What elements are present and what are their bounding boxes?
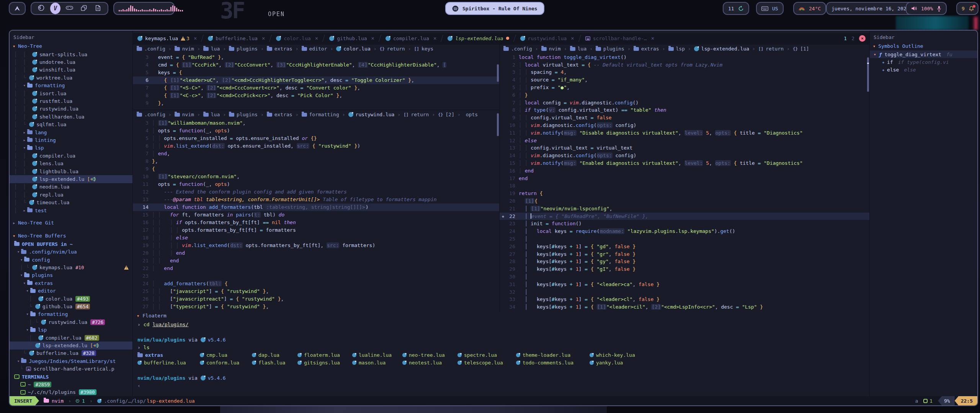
folder-open-icon <box>27 146 33 150</box>
tree-item-color-lua[interactable]: │ color.lua#493 <box>10 295 132 302</box>
tree-item-worktree-lua[interactable]: │ └ worktree.lua <box>10 74 132 81</box>
close-all-button[interactable]: × <box>859 35 866 42</box>
tree-item-lsp-extended-lu[interactable]: └ lsp-extended.lu[+] <box>10 341 132 349</box>
tree-item-plugins[interactable]: ▾plugins <box>10 272 132 279</box>
keyboard-layout-widget[interactable]: US <box>756 2 784 15</box>
tree-item-lang[interactable]: │ ▸lang <box>10 128 132 136</box>
tab-keymaps-lua[interactable]: keymaps.lua!3× <box>133 33 201 44</box>
tree-item-rustfmt-lua[interactable]: │ │ rustfmt.lua <box>10 97 132 105</box>
tab-close-icon[interactable]: × <box>571 35 574 41</box>
tabpage-2[interactable]: 2 <box>851 36 854 41</box>
sidebar-section-neo-tree-git[interactable]: ▸Neo-Tree Git <box>10 219 132 227</box>
item-label: .config/nvim/lua <box>29 249 77 255</box>
updates-widget[interactable]: 11 <box>723 2 749 15</box>
tree-item-editor[interactable]: ▾editor <box>10 287 132 295</box>
outline-item-toggle-diag-virtext[interactable]: ▾ƒtoggle_diag_virtextfu <box>870 50 977 58</box>
dock-firefox-button[interactable] <box>36 3 46 14</box>
tree-item-timeout-lua[interactable]: │ └ timeout.lua <box>10 198 132 206</box>
tree-item-c-n-l-plugins[interactable]: ›_~/.c/n/l/plugins#3980 <box>10 389 132 396</box>
outline-item-else[interactable]: ◆elseelse <box>870 66 977 74</box>
tree-item-github-lua[interactable]: └ github.lua#654 <box>10 302 132 310</box>
tree-item-smart-splits-lua[interactable]: │ │ smart-splits.lua <box>10 50 132 58</box>
line-number: 5 <box>140 135 152 142</box>
tree-item-winshift-lua[interactable]: │ │ winshift.lua <box>10 66 132 74</box>
tree-item-lsp[interactable]: │ ▾lsp <box>10 144 132 152</box>
tab-compiler-lua[interactable]: compiler.lua× <box>381 33 441 44</box>
tree-item-lsp-extended-lu[interactable]: │ │ lsp-extended.lu[+] <box>10 175 132 183</box>
tab-color-lua[interactable]: color.lua× <box>271 33 323 44</box>
line-number: 18 <box>506 182 519 190</box>
tree-item-formatting[interactable]: ▾formatting <box>10 311 132 318</box>
tree-item-shellharden-lua[interactable]: │ │ shellharden.lua <box>10 113 132 120</box>
tree-item-lsp[interactable]: ▾lsp <box>10 326 132 334</box>
tree-item-undotree-lua[interactable]: │ │ undotree.lua <box>10 58 132 66</box>
tree-item-rustywind-lua[interactable]: │ └ rustywind.lua#726 <box>10 318 132 326</box>
tab-rustywind-lua[interactable]: rustywind.lua× <box>516 33 579 44</box>
tree-item-compiler-lua[interactable]: │ │ compiler.lua <box>10 152 132 159</box>
tree-item-extras[interactable]: ▾extras <box>10 279 132 287</box>
tree-item-compiler-lua[interactable]: │ compiler.lua#682 <box>10 334 132 341</box>
tree-item-[interactable]: ›_~#2859 <box>10 380 132 388</box>
tree-item-sqlfmt-lua[interactable]: │ └ sqlfmt.lua <box>10 121 132 128</box>
tab-close-icon[interactable]: × <box>262 35 265 41</box>
tab-close-icon[interactable]: × <box>651 35 654 41</box>
line-number: 5 <box>506 84 519 91</box>
tree-item-terminals[interactable]: ›_TERMINALS <box>10 373 132 380</box>
tab-bufferline-lua[interactable]: bufferline.lua× <box>203 33 270 44</box>
sidebar-section-neo-tree[interactable]: ▾Neo-Tree <box>10 42 132 50</box>
tree-item-neodim-lua[interactable]: │ │ neodim.lua <box>10 183 132 191</box>
notifications-widget[interactable]: 9 <box>956 2 978 15</box>
sidebar-section-neo-tree-buffers[interactable]: ▾Neo-Tree Buffers <box>10 232 132 240</box>
tree-item-open-buffers-in[interactable]: OPEN BUFFERS in ~ <box>10 240 132 248</box>
tab-close-icon[interactable]: × <box>315 35 318 41</box>
launcher-button[interactable] <box>9 2 26 15</box>
chevron-right-icon: ▸ <box>23 130 26 135</box>
tabpage-1[interactable]: 1 <box>844 36 847 41</box>
code-color-lua: 3 event = { "BufRead" },4 cmd = { [1]"Cc… <box>133 54 499 107</box>
code-text: [1]{ <box>519 197 869 205</box>
tab-close-icon[interactable]: × <box>433 35 436 41</box>
scrollbar-handle[interactable] <box>497 113 499 136</box>
tree-item-test[interactable]: │ ▸test <box>10 206 132 214</box>
editor-pane-color-lua[interactable]: .config› nvim› lua› plugins› extras› edi… <box>133 44 499 110</box>
code-line-27: 27│ │ ["typescript"] = { "rustywind" }, <box>133 303 499 311</box>
tree-item-juegos-indies-steamlibrary-st[interactable]: ▾Juegos/Indies/SteamLibrary/st <box>10 357 132 365</box>
tree-item-config-nvim-lua[interactable]: ▾.config/nvim/lua <box>10 248 132 256</box>
tree-item-keymaps-lua[interactable]: │ └ keymaps.lua#10! <box>10 263 132 271</box>
line-number: 16 <box>140 219 152 226</box>
tree-item-config[interactable]: ▾config <box>10 256 132 263</box>
spotify-widget[interactable]: Spiritbox - Rule Of Nines <box>445 2 544 15</box>
editor-pane-rustywind-lua[interactable]: .config› nvim› lua› plugins› extras› for… <box>133 110 499 312</box>
editor-pane-lsp-extended-lua[interactable]: .config› nvim› lua› plugins› extras› lsp… <box>499 44 869 312</box>
tree-item-repl-lua[interactable]: │ │ repl.lua <box>10 191 132 198</box>
dock-windows-copy-button[interactable] <box>78 3 89 14</box>
tree-item-scrollbar-handle-vertical-p[interactable]: └ scrollbar-handle-vertical.p <box>10 365 132 372</box>
code-text: │ <box>519 288 869 296</box>
code-text: │ │ ["typescript"] = { "rustywind" }, <box>152 303 499 311</box>
outline-item-if[interactable]: ◆ifif type(config.vi <box>870 58 977 66</box>
tab-lsp-extended-lua[interactable]: lsp-extended.lua <box>443 33 513 44</box>
symbols-outline-header[interactable]: ▾ Symbols Outline <box>870 42 977 50</box>
ls-entry-spectre-lua: spectre.lua <box>457 352 516 358</box>
tree-item-lightbulb-lua[interactable]: │ │ lightbulb.lua <box>10 167 132 175</box>
tree-item-lens-lua[interactable]: │ │ lens.lua <box>10 159 132 167</box>
scrollbar-handle[interactable] <box>497 64 499 82</box>
dock-neovim-button[interactable]: V <box>50 3 60 14</box>
scrollbar-handle[interactable] <box>867 57 869 92</box>
tree-item-rustywind-lua[interactable]: │ │ rustywind.lua <box>10 105 132 113</box>
weather-widget[interactable]: 24°C <box>793 2 826 15</box>
tree-item-formatting[interactable]: │ ▾formatting <box>10 82 132 89</box>
tab-close-icon[interactable]: × <box>194 35 197 41</box>
dock-document-button[interactable] <box>93 3 103 14</box>
audio-widget[interactable]: 100% <box>906 2 947 15</box>
floaterm-terminal[interactable]: ▾Floaterm›cdlua/plugins/nvim/lua/plugins… <box>133 311 869 396</box>
tab-github-lua[interactable]: github.lua× <box>325 33 379 44</box>
tree-item-linting[interactable]: │ ▸linting <box>10 136 132 144</box>
code-line-23: 23 <box>133 272 499 280</box>
tree-item-bufferline-lua[interactable]: └ bufferline.lua#328 <box>10 350 132 357</box>
dock-gamepad-button[interactable] <box>64 3 75 14</box>
tab-close-icon[interactable]: × <box>371 35 374 41</box>
code-line-9: 9│ │ config.virtual_text = false <box>500 114 869 122</box>
tree-item-isort-lua[interactable]: │ │ isort.lua <box>10 89 132 97</box>
tab-scrollbar-handle[interactable]: scrollbar-handle-…× <box>581 33 659 44</box>
